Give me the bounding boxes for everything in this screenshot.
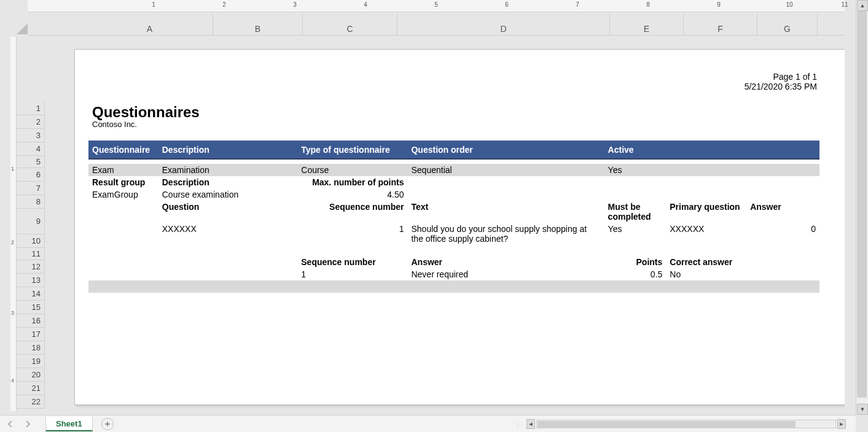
cell-must: Yes (604, 223, 667, 245)
ruler-vnum: 2 (11, 239, 14, 245)
data-row-q: XXXXXX 1 Should you do your school suppl… (88, 223, 819, 245)
row-5[interactable]: 5 (17, 156, 45, 168)
cell-correct: No (666, 268, 746, 280)
hdr-seqnum2: Sequence number (297, 256, 407, 268)
ruler-num: 11 (841, 1, 848, 8)
hdr-order: Question order (407, 141, 604, 159)
cell-text: Should you do your school supply shoppin… (407, 223, 604, 245)
col-D[interactable]: D (397, 14, 610, 36)
cell-type: Course (297, 164, 407, 176)
vertical-ruler: 1 2 3 4 (10, 37, 17, 411)
cell-answer: 0 (746, 223, 819, 245)
row-9[interactable]: 9 (17, 209, 45, 234)
header-row-2: Result group Description Max. number of … (88, 176, 819, 188)
page-indicator: Page 1 of 1 (745, 72, 817, 82)
cell-seqnum: 1 (297, 223, 407, 245)
row-8[interactable]: 8 (17, 195, 45, 209)
column-headers[interactable]: A B C D E F G (28, 14, 845, 36)
row-18[interactable]: 18 (17, 341, 45, 355)
hdr-description: Description (158, 141, 298, 159)
hdr-must: Must be completed (604, 201, 667, 223)
hdr-answer: Answer (746, 201, 819, 223)
row-15[interactable]: 15 (17, 301, 45, 314)
col-E[interactable]: E (610, 14, 684, 36)
row-13[interactable]: 13 (17, 274, 45, 287)
row-20[interactable]: 20 (17, 368, 45, 382)
chevron-left-icon (8, 421, 13, 427)
col-C[interactable]: C (303, 14, 397, 36)
row-headers[interactable]: 1 2 3 4 5 6 7 8 9 10 11 12 13 14 15 16 1… (17, 37, 45, 411)
scroll-up-button[interactable]: ▲ (857, 0, 868, 11)
row-14[interactable]: 14 (17, 287, 45, 301)
row-7[interactable]: 7 (17, 182, 45, 195)
vertical-scrollbar[interactable]: ▲ ▼ (856, 0, 868, 415)
row-2[interactable]: 2 (17, 115, 45, 129)
scroll-right-button[interactable]: ► (837, 419, 846, 429)
row-16[interactable]: 16 (17, 314, 45, 328)
hdr-type: Type of questionnaire (297, 141, 407, 159)
hdr-primary: Primary question (666, 201, 746, 223)
row-22[interactable]: 22 (17, 395, 45, 409)
hdr-points: Points (604, 256, 667, 268)
hdr-questionnaire: Questionnaire (88, 141, 158, 159)
hdr-description2: Description (158, 176, 298, 188)
hscroll-thumb[interactable] (538, 421, 796, 428)
tab-split-handle[interactable]: ⋮ (515, 421, 521, 428)
scroll-down-button[interactable]: ▼ (857, 404, 868, 415)
tab-nav-prev[interactable] (4, 417, 17, 431)
select-all-corner[interactable] (17, 12, 28, 36)
horizontal-scrollbar[interactable]: ◄ ► (526, 418, 846, 430)
report-title: Questionnaires (92, 104, 200, 121)
col-G[interactable]: G (757, 14, 818, 36)
tab-nav-next[interactable] (21, 417, 34, 431)
vscroll-track[interactable] (857, 11, 868, 404)
ruler-vnum: 3 (11, 310, 14, 316)
scroll-left-button[interactable]: ◄ (526, 419, 535, 429)
ruler-num: 1 (152, 1, 155, 8)
row-1[interactable]: 1 (17, 102, 45, 115)
row-4[interactable]: 4 (17, 142, 45, 156)
report-subtitle: Contoso Inc. (92, 120, 137, 129)
ruler-num: 8 (646, 1, 650, 8)
worksheet-area[interactable]: Page 1 of 1 5/21/2020 6:35 PM Questionna… (45, 37, 845, 411)
cell-answer2: Never required (407, 268, 604, 280)
horizontal-ruler: 1 2 3 4 5 6 7 8 9 10 11 (28, 0, 845, 12)
col-A[interactable]: A (87, 14, 213, 36)
tab-sheet1[interactable]: Sheet1 (45, 417, 93, 431)
header-row-4: Sequence number Answer Points Correct an… (88, 256, 819, 268)
row-6[interactable]: 6 (17, 168, 45, 182)
hdr-max-points: Max. number of points (297, 176, 407, 188)
print-page: Page 1 of 1 5/21/2020 6:35 PM Questionna… (74, 49, 845, 405)
row-21[interactable]: 21 (17, 382, 45, 395)
ruler-num: 5 (434, 1, 438, 8)
cell-active: Yes (604, 164, 667, 176)
row-12[interactable]: 12 (17, 260, 45, 274)
cell-group-desc: Course examination (158, 188, 298, 201)
vscroll-thumb[interactable] (857, 11, 867, 398)
cell-question: XXXXXX (158, 223, 298, 245)
cell-description: Examination (158, 164, 298, 176)
ruler-vnum: 1 (11, 166, 14, 172)
add-sheet-button[interactable] (101, 418, 114, 430)
row-19[interactable]: 19 (17, 355, 45, 368)
hdr-text: Text (407, 201, 604, 223)
chevron-right-icon (25, 421, 30, 427)
plus-icon (104, 421, 111, 427)
row-17[interactable]: 17 (17, 328, 45, 341)
hdr-answer2: Answer (407, 256, 604, 268)
cell-max-points: 4.50 (297, 188, 407, 201)
row-10[interactable]: 10 (17, 234, 45, 248)
col-F[interactable]: F (684, 14, 757, 36)
hdr-active: Active (604, 141, 667, 159)
cell-questionnaire: Exam (88, 164, 158, 176)
header-row-3: Question Sequence number Text Must be co… (88, 201, 819, 223)
hdr-result-group: Result group (88, 176, 158, 188)
row-3[interactable]: 3 (17, 129, 45, 142)
row-11[interactable]: 11 (17, 248, 45, 260)
ruler-vnum: 4 (11, 377, 14, 384)
ruler-num: 9 (717, 1, 721, 8)
col-B[interactable]: B (213, 14, 303, 36)
cell-seqnum2: 1 (297, 268, 407, 280)
hscroll-track[interactable] (536, 420, 836, 428)
data-row-rg: ExamGroup Course examination 4.50 (88, 188, 819, 201)
